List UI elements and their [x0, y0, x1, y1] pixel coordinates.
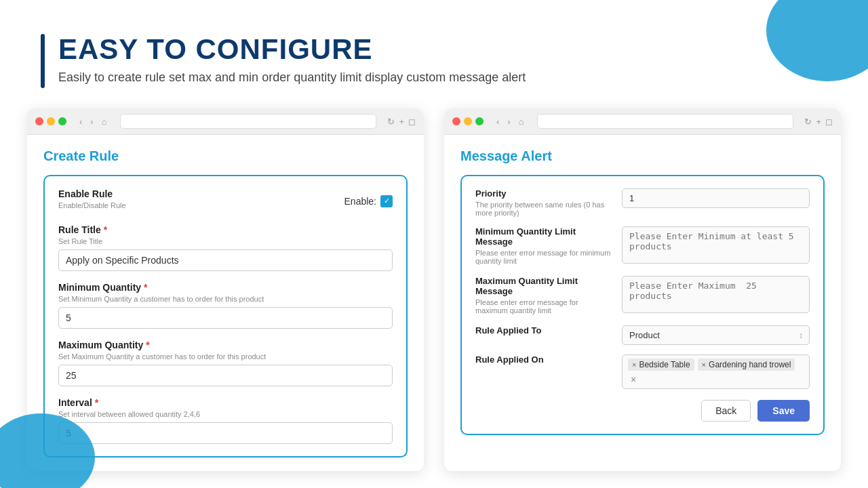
right-browser-actions: ↻ + ◻	[804, 117, 833, 127]
header-text: EASY TO CONFIGURE Easily to create rule …	[58, 34, 526, 85]
back-button[interactable]: Back	[701, 400, 751, 422]
header-border	[41, 34, 45, 88]
left-address-bar[interactable]	[120, 114, 377, 129]
add-tab-icon-r[interactable]: +	[816, 117, 821, 127]
tags-container[interactable]: × Bedside Table × Gardening hand trowel …	[622, 354, 810, 389]
create-rule-panel: Enable Rule Enable/Disable Rule Enable: …	[43, 175, 408, 458]
max-msg-input-group	[622, 276, 810, 316]
dot-green-r	[475, 117, 484, 125]
tag-remove-icon-1[interactable]: ×	[632, 361, 636, 369]
enable-text: Enable:	[344, 196, 376, 207]
interval-input[interactable]	[58, 422, 393, 444]
rule-applied-to-label: Rule Applied To	[475, 325, 611, 336]
min-msg-textarea[interactable]	[622, 226, 810, 264]
subtitle: Easily to create rule set max and min or…	[58, 70, 526, 85]
min-msg-input-group	[622, 226, 810, 266]
menu-icon-r[interactable]: ◻	[825, 117, 833, 127]
nav-forward-r[interactable]: ›	[505, 117, 512, 127]
add-tab-icon[interactable]: +	[399, 117, 404, 127]
priority-input[interactable]	[622, 188, 810, 208]
message-alert-panel: Priority The priority between same rules…	[460, 175, 825, 435]
btn-row: Back Save	[475, 400, 810, 422]
main-title: EASY TO CONFIGURE	[58, 34, 526, 65]
min-qty-input[interactable]	[58, 307, 393, 329]
left-browser-window: ‹ › ⌂ ↻ + ◻ Create Rule Enable Rule En	[27, 108, 424, 471]
interval-desc: Set interval between allowed quantity 2,…	[58, 410, 393, 418]
max-qty-label: Maximum Quantity *	[58, 340, 393, 350]
right-browser-bar: ‹ › ⌂ ↻ + ◻	[444, 108, 841, 135]
dot-yellow	[47, 117, 55, 125]
left-browser-dots	[35, 117, 66, 125]
menu-icon[interactable]: ◻	[408, 117, 416, 127]
right-window-content: Message Alert Priority The priority betw…	[444, 135, 841, 449]
priority-label-group: Priority The priority between same rules…	[475, 188, 611, 217]
priority-row: Priority The priority between same rules…	[475, 188, 810, 217]
right-browser-nav: ‹ › ⌂	[494, 117, 526, 127]
left-window-content: Create Rule Enable Rule Enable/Disable R…	[27, 135, 424, 471]
header-section: EASY TO CONFIGURE Easily to create rule …	[0, 0, 868, 102]
right-browser-window: ‹ › ⌂ ↻ + ◻ Message Alert Priority The p…	[444, 108, 841, 471]
nav-home[interactable]: ⌂	[100, 117, 109, 127]
enable-rule-label: Enable Rule	[58, 188, 126, 199]
reload-icon-r[interactable]: ↻	[804, 117, 812, 127]
priority-label: Priority	[475, 188, 611, 199]
enable-rule-desc: Enable/Disable Rule	[58, 201, 126, 209]
min-msg-desc: Please enter error message for minimum q…	[475, 249, 611, 265]
tag-remove-icon-2[interactable]: ×	[702, 361, 706, 369]
nav-back-r[interactable]: ‹	[494, 117, 501, 127]
tag-gardening: × Gardening hand trowel	[698, 359, 795, 371]
tags-clear-btn[interactable]: ×	[631, 374, 636, 385]
rule-applied-to-select[interactable]: Product Category All Products	[622, 325, 810, 345]
dot-yellow-r	[464, 117, 472, 125]
max-qty-desc: Set Maximum Quantity a customer has to o…	[58, 352, 393, 361]
min-msg-label-group: Minimum Quantity Limit Message Please en…	[475, 226, 611, 265]
enable-row: Enable Rule Enable/Disable Rule Enable: …	[58, 188, 393, 214]
enable-checkbox-group: Enable: ✓	[344, 195, 393, 207]
rule-applied-to-label-group: Rule Applied To	[475, 325, 611, 338]
reload-icon[interactable]: ↻	[387, 117, 395, 127]
dot-red-r	[452, 117, 460, 125]
max-msg-row: Maximum Quantity Limit Message Please en…	[475, 276, 810, 316]
rule-applied-to-input-group: Product Category All Products ↕	[622, 325, 810, 345]
right-address-bar[interactable]	[537, 114, 794, 129]
save-button[interactable]: Save	[757, 400, 810, 422]
max-msg-label: Maximum Quantity Limit Message	[475, 276, 611, 296]
tag-label-2: Gardening hand trowel	[709, 360, 791, 369]
nav-home-r[interactable]: ⌂	[517, 117, 526, 127]
enable-label-group: Enable Rule Enable/Disable Rule	[58, 188, 126, 214]
rule-title-label: Rule Title *	[58, 224, 393, 235]
min-msg-label: Minimum Quantity Limit Message	[475, 226, 611, 247]
max-msg-textarea[interactable]	[622, 276, 810, 313]
rule-applied-on-input-group: × Bedside Table × Gardening hand trowel …	[622, 354, 810, 389]
rule-applied-to-row: Rule Applied To Product Category All Pro…	[475, 325, 810, 345]
tag-bedside-table: × Bedside Table	[628, 359, 694, 371]
nav-forward[interactable]: ›	[88, 117, 95, 127]
min-qty-label: Minimum Quantity *	[58, 282, 393, 293]
enable-checkbox[interactable]: ✓	[380, 195, 393, 207]
max-msg-label-group: Maximum Quantity Limit Message Please en…	[475, 276, 611, 314]
left-window-title: Create Rule	[43, 148, 408, 164]
left-browser-nav: ‹ › ⌂	[77, 117, 109, 127]
right-browser-dots	[452, 117, 484, 125]
rule-title-input[interactable]	[58, 249, 393, 271]
priority-input-group	[622, 188, 810, 208]
dot-red	[35, 117, 43, 125]
rule-title-row: Rule Title * Set Rule Title	[58, 224, 393, 271]
dot-green	[58, 117, 66, 125]
right-window-title: Message Alert	[460, 148, 825, 164]
interval-label: Interval *	[58, 397, 393, 408]
interval-row: Interval * Set interval between allowed …	[58, 397, 393, 444]
rule-applied-on-row: Rule Applied On × Bedside Table × Garden…	[475, 354, 810, 389]
max-qty-input[interactable]	[58, 365, 393, 386]
nav-back[interactable]: ‹	[77, 117, 84, 127]
left-browser-actions: ↻ + ◻	[387, 117, 416, 127]
min-qty-desc: Set Minimum Quantity a customer has to o…	[58, 295, 393, 303]
left-browser-bar: ‹ › ⌂ ↻ + ◻	[27, 108, 424, 135]
min-msg-row: Minimum Quantity Limit Message Please en…	[475, 226, 810, 266]
max-msg-desc: Please enter error message for maximum q…	[475, 298, 611, 314]
rule-applied-on-label: Rule Applied On	[475, 354, 611, 365]
priority-desc: The priority between same rules (0 has m…	[475, 201, 611, 217]
enable-rule-row: Enable Rule Enable/Disable Rule Enable: …	[58, 188, 393, 214]
tag-label-1: Bedside Table	[639, 360, 690, 369]
rule-title-required: *	[101, 224, 107, 235]
